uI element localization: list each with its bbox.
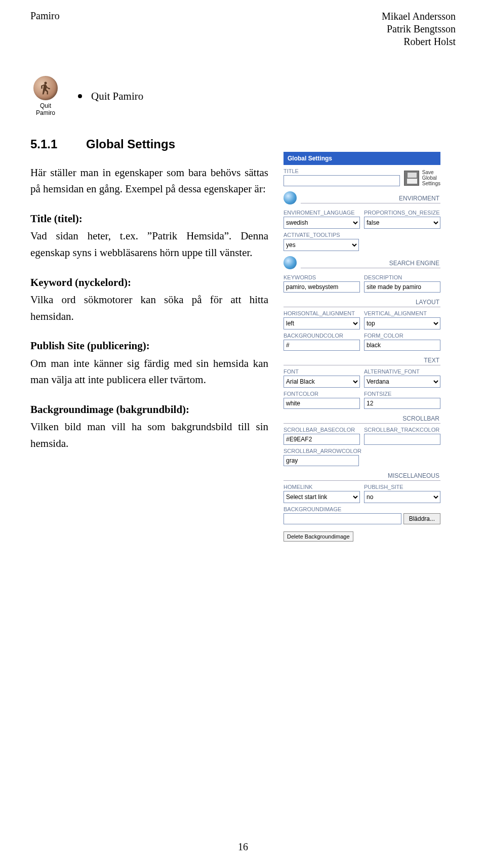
bullet-dot-icon xyxy=(78,94,82,98)
title-input[interactable] xyxy=(284,175,400,186)
runner-icon xyxy=(33,76,58,100)
proportions-label: PROPORTIONS_ON_RESIZE xyxy=(364,210,440,216)
globe-icon xyxy=(284,191,297,204)
fontcolor-input[interactable] xyxy=(284,398,360,409)
subhead-title: Title (titel): xyxy=(30,211,268,227)
publish-select[interactable]: no xyxy=(364,491,440,503)
halign-select[interactable]: left xyxy=(284,317,360,329)
delete-bgimage-button[interactable]: Delete Backgroundimage xyxy=(284,531,353,542)
fontcolor-label: FONTCOLOR xyxy=(284,391,360,397)
misc-header: MISCELLANEOUS xyxy=(284,470,440,481)
homelink-select[interactable]: Select start link xyxy=(284,491,360,503)
save-group: Save Global Settings xyxy=(404,170,440,186)
section-heading: 5.1.1Global Settings xyxy=(30,137,268,151)
halign-label: HORISONTAL_ALIGNMENT xyxy=(284,310,360,316)
homelink-label: HOMELINK xyxy=(284,484,360,490)
subhead-keyword: Keyword (nyckelord): xyxy=(30,274,268,291)
paragraph-keyword: Vilka ord sökmotorer kan söka på för att… xyxy=(30,292,268,324)
font-label: FONT xyxy=(284,368,360,375)
quit-icon-label-1: Quit xyxy=(40,102,51,109)
fontsize-label: FONTSIZE xyxy=(364,391,440,397)
intro-paragraph: Här ställer man in egenskaper som bara b… xyxy=(30,164,268,197)
save-text: Save Global Settings xyxy=(422,170,440,186)
sb-track-input[interactable] xyxy=(364,434,440,445)
env-lang-select[interactable]: swedish xyxy=(284,217,360,229)
valign-select[interactable]: top xyxy=(364,317,440,329)
altfont-select[interactable]: Verdana xyxy=(364,376,440,388)
browse-button[interactable]: Bläddra... xyxy=(403,513,440,524)
publish-label: PUBLISH_SITE xyxy=(364,484,440,490)
environment-header: ENVIROMENT xyxy=(301,193,440,203)
search-engine-header: SEARCH ENGINE xyxy=(301,258,440,268)
panel-title: Global Settings xyxy=(284,152,440,165)
quit-block: Quit Pamiro Quit Pamiro xyxy=(33,76,268,117)
doc-authors: Mikael Andersson Patrik Bengtsson Robert… xyxy=(382,10,456,48)
sb-track-label: SCROLLBAR_TRACKCOLOR xyxy=(364,427,440,433)
quit-icon-group: Quit Pamiro xyxy=(33,76,58,117)
formcolor-input[interactable] xyxy=(364,340,440,351)
proportions-select[interactable]: false xyxy=(364,217,440,229)
paragraph-bgimage: Vilken bild man vill ha som bakgrundsbil… xyxy=(30,419,268,451)
subhead-publish: Publish Site (publicering): xyxy=(30,338,268,354)
section-number: 5.1.1 xyxy=(30,137,86,151)
description-input[interactable] xyxy=(364,281,440,293)
bgcolor-label: BACKGROUNDCOLOR xyxy=(284,333,360,339)
author-2: Patrik Bengtsson xyxy=(382,23,456,35)
tooltips-select[interactable]: yes xyxy=(284,239,359,251)
sb-arrow-input[interactable] xyxy=(284,455,359,466)
quit-bullet-text: Quit Pamiro xyxy=(91,90,143,103)
section-title: Global Settings xyxy=(86,137,175,151)
altfont-label: ALTERNATIVE_FONT xyxy=(364,368,440,375)
bgcolor-input[interactable] xyxy=(284,340,360,351)
valign-label: VERTICAL_ALIGNMENT xyxy=(364,310,440,316)
layout-header: LAYOUT xyxy=(284,297,440,307)
author-1: Mikael Andersson xyxy=(382,10,456,23)
paragraph-title: Vad sidan heter, t.ex. ”Patrik Hemsida”.… xyxy=(30,228,268,261)
subhead-bgimage: Backgroundimage (bakgrundbild): xyxy=(30,401,268,418)
title-label: TITLE xyxy=(284,168,400,174)
globe-icon xyxy=(284,256,297,269)
text-header: TEXT xyxy=(284,355,440,365)
page-number: 16 xyxy=(238,841,248,853)
tooltips-label: ACTIVATE_TOOLTIPS xyxy=(284,232,359,238)
keywords-label: KEYWORDS xyxy=(284,274,360,280)
font-select[interactable]: Arial Black xyxy=(284,376,360,388)
fontsize-input[interactable] xyxy=(364,398,440,409)
global-settings-panel: Global Settings TITLE Save Global Settin… xyxy=(284,152,440,542)
env-lang-label: ENVIROMENT_LANGUAGE xyxy=(284,210,360,216)
sb-base-input[interactable] xyxy=(284,434,360,445)
author-3: Robert Holst xyxy=(382,35,456,48)
bgimage-label: BACKGROUNDIMAGE xyxy=(284,506,440,512)
scrollbar-header: SCROLLBAR xyxy=(284,413,440,424)
formcolor-label: FORM_COLOR xyxy=(364,333,440,339)
sb-arrow-label: SCROLLBAR_ARROWCOLOR xyxy=(284,448,359,454)
bgimage-input[interactable] xyxy=(284,513,401,524)
body-text: Här ställer man in egenskaper som bara b… xyxy=(30,164,268,452)
quit-icon-label-2: Pamiro xyxy=(36,109,55,116)
paragraph-publish: Om man inte känner sig färdig med sin he… xyxy=(30,355,268,388)
keywords-input[interactable] xyxy=(284,281,360,293)
floppy-disk-icon[interactable] xyxy=(404,171,419,186)
quit-bullet-item: Quit Pamiro xyxy=(78,90,143,103)
doc-title: Pamiro xyxy=(30,10,60,22)
sb-base-label: SCROLLBAR_BASECOLOR xyxy=(284,427,360,433)
description-label: DESCRIPTION xyxy=(364,274,440,280)
